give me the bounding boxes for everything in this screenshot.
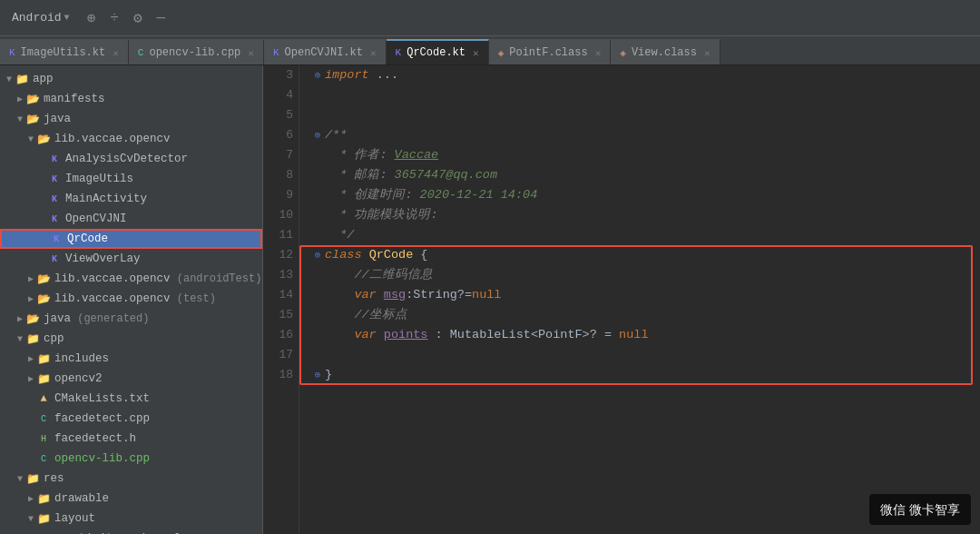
arrow-app <box>4 74 15 84</box>
label-layout: layout <box>54 512 95 525</box>
sidebar-item-opencvjni[interactable]: K OpenCVJNI <box>0 209 262 229</box>
code-line-11: */ <box>309 225 980 245</box>
sidebar-item-viewoverlay[interactable]: K ViewOverLay <box>0 249 262 269</box>
ln-15: 15 <box>263 305 293 325</box>
split-icon[interactable]: ÷ <box>106 8 122 28</box>
sidebar: 📁 app 📂 manifests 📂 java 📂 lib.vaccae.op… <box>0 65 263 534</box>
sidebar-item-cpp[interactable]: 📁 cpp <box>0 329 262 349</box>
sidebar-item-facedetect-cpp[interactable]: C facedetect.cpp <box>0 409 262 429</box>
sidebar-item-drawable[interactable]: 📁 drawable <box>0 489 262 509</box>
sidebar-item-androidtest[interactable]: 📂 lib.vaccae.opencv (androidTest) <box>0 269 262 289</box>
tab-opencvcjni[interactable]: K OpenCVJNI.kt ✕ <box>264 39 387 64</box>
label-test: lib.vaccae.opencv <box>54 292 171 305</box>
code-line-14: var msg : String ?= null <box>309 285 980 305</box>
sidebar-item-lib-vaccae-opencv[interactable]: 📂 lib.vaccae.opencv <box>0 129 262 149</box>
label-opencvjni: OpenCVJNI <box>65 213 127 225</box>
cmt-time-label: 创建时间: <box>354 185 419 205</box>
folder-icon-includes: 📁 <box>36 351 51 366</box>
tab-imageutils[interactable]: K ImageUtils.kt ✕ <box>0 39 129 64</box>
ln-17: 17 <box>263 345 293 365</box>
tab-view-close[interactable]: ✕ <box>704 47 710 59</box>
angle-close: >? <box>583 325 597 345</box>
tab-opencvcjni-close[interactable]: ✕ <box>370 47 377 59</box>
cmt-time-value: 2020-12-21 14:04 <box>420 185 538 205</box>
kt-file-icon-3: K <box>396 47 402 58</box>
tabs-bar: K ImageUtils.kt ✕ C opencv-lib.cpp ✕ K O… <box>0 36 980 65</box>
kt-file-icon-2: K <box>273 47 279 58</box>
folder-icon-cpp: 📁 <box>25 331 40 346</box>
gear-icon[interactable]: ⚙ <box>130 7 146 29</box>
tab-qrcode[interactable]: K QrCode.kt ✕ <box>387 39 489 64</box>
sidebar-item-includes[interactable]: 📁 includes <box>0 349 262 369</box>
code-line-4 <box>309 85 980 105</box>
indent-13 <box>325 265 354 285</box>
arrow-test <box>25 293 36 304</box>
cmt-star-8: * <box>325 165 354 185</box>
sidebar-item-test[interactable]: 📂 lib.vaccae.opencv (test) <box>0 289 262 309</box>
sidebar-item-layout[interactable]: 📁 layout <box>0 509 262 529</box>
gutter-12: ⊕ <box>310 245 325 265</box>
arrow-androidtest <box>25 273 36 284</box>
sidebar-item-qrcode[interactable]: K QrCode <box>0 229 262 249</box>
cmake-icon: ▲ <box>36 391 51 406</box>
sidebar-item-manifests[interactable]: 📂 manifests <box>0 89 262 109</box>
sidebar-item-cmakelists[interactable]: ▲ CMakeLists.txt <box>0 389 262 409</box>
angle-open: < <box>531 325 538 345</box>
label-java-generated: java <box>44 312 71 325</box>
label-androidtest: lib.vaccae.opencv <box>54 272 171 285</box>
arrow-manifests <box>15 94 25 104</box>
code-line-5 <box>309 105 980 125</box>
label-facedetect-h: facedetect.h <box>54 432 136 445</box>
folder-icon-app: 📁 <box>15 72 29 86</box>
type-mutablelist: MutableList <box>450 325 531 345</box>
minus-icon[interactable]: — <box>153 8 170 28</box>
tab-opencv-lib-cpp-close[interactable]: ✕ <box>248 47 254 59</box>
tab-view[interactable]: ◈ View.class ✕ <box>611 39 720 64</box>
sidebar-item-java-generated[interactable]: 📂 java (generated) <box>0 309 262 329</box>
sidebar-item-opencv-lib-cpp[interactable]: C opencv-lib.cpp <box>0 449 262 469</box>
sidebar-item-app[interactable]: 📁 app <box>0 69 262 89</box>
ln-9: 9 <box>263 185 293 205</box>
folder-icon-java-generated: 📂 <box>25 312 40 326</box>
ln-8: 8 <box>263 165 293 185</box>
cpp-file-icon: C <box>138 47 144 58</box>
kt-icon-viewoverlay: K <box>47 252 62 266</box>
android-label: Android <box>12 11 62 25</box>
sidebar-item-opencv2[interactable]: 📁 opencv2 <box>0 369 262 389</box>
line-numbers: 3 4 5 6 7 8 9 10 11 12 13 14 15 16 17 18 <box>263 65 299 534</box>
cmt-star-10: * <box>325 205 354 225</box>
sidebar-item-res[interactable]: 📁 res <box>0 469 262 489</box>
tab-pointf-close[interactable]: ✕ <box>595 47 602 59</box>
class-file-icon: ◈ <box>498 47 505 59</box>
brace-open: { <box>413 245 427 265</box>
class-file-icon-2: ◈ <box>620 47 626 59</box>
code-line-13: //二维码信息 <box>309 265 980 285</box>
sidebar-item-facedetect-h[interactable]: H facedetect.h <box>0 429 262 449</box>
tab-imageutils-close[interactable]: ✕ <box>113 47 119 59</box>
sidebar-item-imageutils[interactable]: K ImageUtils <box>0 169 262 189</box>
label-app: app <box>33 73 54 85</box>
ln-11: 11 <box>263 225 293 245</box>
watermark-icon: 微信 <box>880 502 906 517</box>
null-msg: null <box>472 285 501 305</box>
tab-opencv-lib-cpp[interactable]: C opencv-lib.cpp ✕ <box>129 39 264 64</box>
arrow-java <box>15 114 25 124</box>
ln-18: 18 <box>263 365 293 385</box>
label-imageutils: ImageUtils <box>65 173 133 185</box>
sidebar-item-analysiscvdetector[interactable]: K AnalysisCvDetector <box>0 149 262 169</box>
sync-icon[interactable]: ⊕ <box>83 7 100 29</box>
toolbar-icons: ⊕ ÷ ⚙ — <box>83 7 170 29</box>
tab-pointf[interactable]: ◈ PointF.class ✕ <box>489 39 612 64</box>
sidebar-item-mainactivity[interactable]: K MainActivity <box>0 189 262 209</box>
folder-icon-layout: 📁 <box>36 511 51 526</box>
ln-3: 3 <box>263 65 293 85</box>
arrow-cpp <box>15 334 25 344</box>
tab-qrcode-label: QrCode.kt <box>407 46 466 59</box>
watermark-text: 微卡智享 <box>909 502 960 517</box>
sidebar-item-java[interactable]: 📂 java <box>0 109 262 129</box>
sidebar-item-activity-main-xml[interactable]: X activity_main.xml <box>0 529 262 534</box>
editor[interactable]: 3 4 5 6 7 8 9 10 11 12 13 14 15 16 17 18 <box>263 65 980 534</box>
tab-qrcode-close[interactable]: ✕ <box>473 47 479 59</box>
android-dropdown[interactable]: Android ▼ <box>7 9 74 26</box>
cmt-point: //坐标点 <box>354 305 407 325</box>
